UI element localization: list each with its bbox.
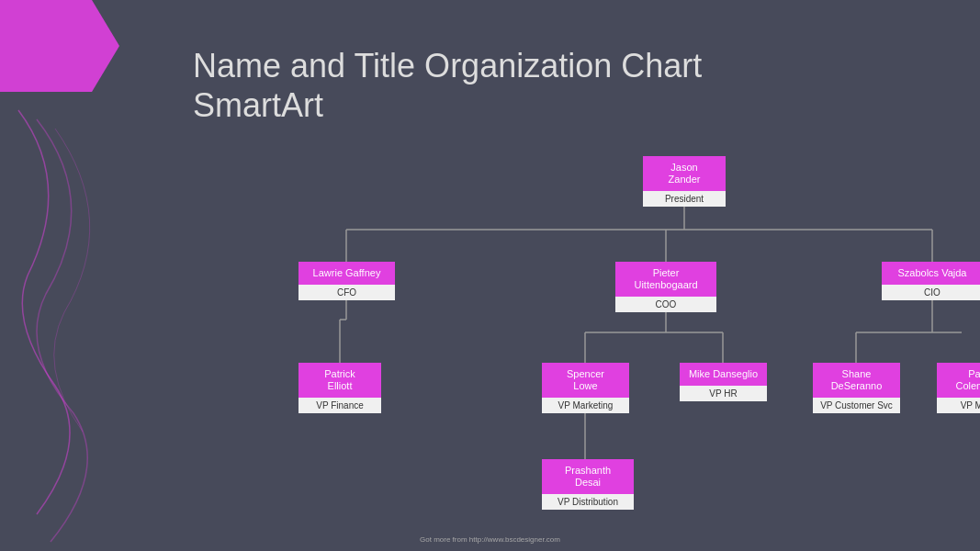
node-cio: Szabolcs Vajda CIO xyxy=(882,262,980,300)
node-vp-finance-title: VP Finance xyxy=(299,398,381,413)
node-coo-name: Pieter Uittenbogaard xyxy=(615,262,716,297)
node-vp-customer-name: Shane DeSeranno xyxy=(813,363,900,398)
footer-link: Got more from http://www.bscdesigner.com xyxy=(420,535,560,544)
node-president: Jason Zander President xyxy=(643,156,726,207)
left-decoration xyxy=(0,0,119,551)
node-cio-name: Szabolcs Vajda xyxy=(882,262,980,285)
node-vp-customer-title: VP Customer Svc xyxy=(813,398,900,413)
node-cfo-name: Lawrie Gaffney xyxy=(299,262,395,285)
node-vp-mis: Pat Coleman VP MIS xyxy=(937,363,980,413)
node-coo: Pieter Uittenbogaard COO xyxy=(615,262,716,312)
node-president-title: President xyxy=(643,191,726,207)
node-vp-customer: Shane DeSeranno VP Customer Svc xyxy=(813,363,900,413)
svg-marker-0 xyxy=(0,0,119,92)
node-vp-hr-title: VP HR xyxy=(680,386,767,401)
node-vp-finance: Patrick Elliott VP Finance xyxy=(299,363,381,413)
node-vp-hr-name: Mike Danseglio xyxy=(680,363,767,386)
node-coo-title: COO xyxy=(615,297,716,312)
node-vp-mis-title: VP MIS xyxy=(937,398,980,413)
org-chart: Jason Zander President Lawrie Gaffney CF… xyxy=(193,156,962,523)
node-vp-mis-name: Pat Coleman xyxy=(937,363,980,398)
node-vp-distribution-name: Prashanth Desai xyxy=(542,459,634,494)
page-title: Name and Title Organization Chart SmartA… xyxy=(193,46,702,125)
node-vp-marketing-title: VP Marketing xyxy=(542,398,629,413)
node-vp-marketing: Spencer Lowe VP Marketing xyxy=(542,363,629,413)
node-vp-distribution: Prashanth Desai VP Distribution xyxy=(542,459,634,510)
node-vp-hr: Mike Danseglio VP HR xyxy=(680,363,767,401)
node-cfo-title: CFO xyxy=(299,285,395,300)
node-vp-finance-name: Patrick Elliott xyxy=(299,363,381,398)
node-president-name: Jason Zander xyxy=(643,156,726,191)
node-cfo: Lawrie Gaffney CFO xyxy=(299,262,395,300)
node-vp-distribution-title: VP Distribution xyxy=(542,494,634,510)
node-vp-marketing-name: Spencer Lowe xyxy=(542,363,629,398)
node-cio-title: CIO xyxy=(882,285,980,300)
